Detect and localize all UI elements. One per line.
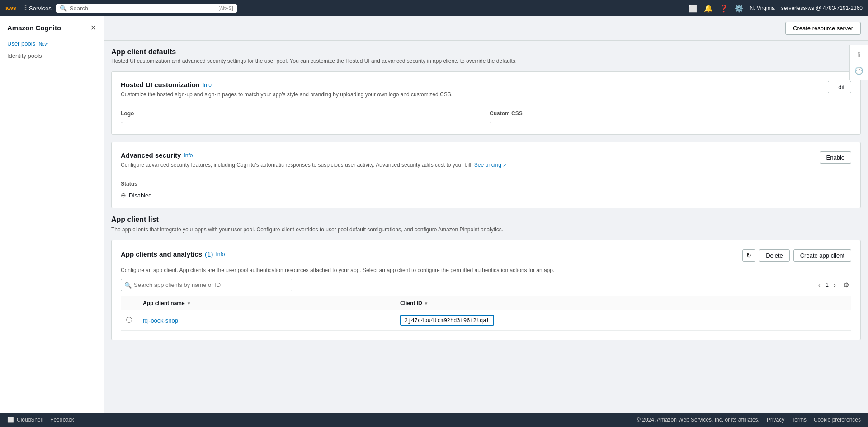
footer-left: ⬜ CloudShell Feedback xyxy=(7,417,74,423)
account-button[interactable]: serverless-ws @ 4783-7191-2360 xyxy=(781,5,863,11)
sidebar-user-pools-label: User pools xyxy=(7,40,35,47)
row-radio-cell[interactable] xyxy=(121,310,137,331)
sidebar-new-badge: New xyxy=(39,42,48,47)
logo-label: Logo xyxy=(121,110,482,117)
advanced-security-title-row: Advanced security Info xyxy=(121,151,507,159)
page-number: 1 xyxy=(826,282,829,288)
nav-right: ⬜ 🔔 ❓ ⚙️ N. Virginia serverless-ws @ 478… xyxy=(689,4,863,13)
search-input[interactable] xyxy=(70,5,216,12)
logo-value: - xyxy=(121,118,482,125)
help-icon[interactable]: ❓ xyxy=(719,4,728,13)
main-content: Create resource server App client defaul… xyxy=(104,16,868,427)
refresh-button[interactable]: ↻ xyxy=(742,249,755,262)
footer-copyright: © 2024, Amazon Web Services, Inc. or its… xyxy=(637,417,760,423)
app-clients-table: App client name ▼ Client ID ▼ xyxy=(121,296,851,331)
app-client-search-wrap: 🔍 xyxy=(121,279,292,291)
cloudshell-button[interactable]: ⬜ CloudShell xyxy=(7,417,43,423)
hosted-ui-info-link[interactable]: Info xyxy=(203,82,212,88)
analytics-card-header: App clients and analytics (1) Info ↻ Del… xyxy=(121,249,851,262)
cloudshell-icon: ⬜ xyxy=(7,417,14,423)
hosted-ui-card: Hosted UI customization Info Customize t… xyxy=(111,71,861,135)
next-page-button[interactable]: › xyxy=(831,280,838,290)
hosted-ui-title: Hosted UI customization xyxy=(121,81,200,89)
disabled-icon: ⊖ xyxy=(121,192,126,199)
sidebar-item-user-pools[interactable]: User pools New xyxy=(0,38,104,50)
hosted-ui-edit-button[interactable]: Edit xyxy=(828,81,851,93)
right-panel-icons: ℹ 🕐 xyxy=(849,45,868,80)
hosted-ui-card-header: Hosted UI customization Info Customize t… xyxy=(121,81,851,105)
analytics-info-link[interactable]: Info xyxy=(216,251,225,258)
terms-link[interactable]: Terms xyxy=(792,417,807,423)
app-client-defaults-desc: Hosted UI customization and advanced sec… xyxy=(111,58,861,64)
analytics-count: (1) xyxy=(205,250,213,258)
right-panel-clock-button[interactable]: 🕐 xyxy=(853,65,865,77)
footer-right: © 2024, Amazon Web Services, Inc. or its… xyxy=(637,417,861,423)
row-client-id: 2j47c4pu4tcm92hd3f96i2lqat xyxy=(395,310,851,331)
analytics-title-row: App clients and analytics (1) Info xyxy=(121,250,225,258)
bell-icon[interactable]: 🔔 xyxy=(704,4,713,13)
hosted-ui-title-section: Hosted UI customization Info Customize t… xyxy=(121,81,453,105)
app-client-defaults-section: App client defaults Hosted UI customizat… xyxy=(111,48,861,208)
advanced-security-info-link[interactable]: Info xyxy=(184,152,193,159)
sidebar-app-title: Amazon Cognito xyxy=(7,24,61,32)
settings-icon[interactable]: ⚙️ xyxy=(735,4,744,13)
client-id-value-0: 2j47c4pu4tcm92hd3f96i2lqat xyxy=(400,315,494,326)
app-client-name-header[interactable]: App client name ▼ xyxy=(137,296,395,310)
select-column-header xyxy=(121,296,137,310)
sidebar-title: Amazon Cognito ✕ xyxy=(0,23,104,38)
terminal-icon[interactable]: ⬜ xyxy=(689,4,698,13)
create-app-client-button[interactable]: Create app client xyxy=(793,249,851,262)
custom-css-value: - xyxy=(490,118,851,125)
sidebar: Amazon Cognito ✕ User pools New Identity… xyxy=(0,16,104,427)
region-button[interactable]: N. Virginia xyxy=(750,5,775,11)
feedback-link[interactable]: Feedback xyxy=(50,417,74,423)
app-client-defaults-title: App client defaults xyxy=(111,48,861,56)
advanced-security-title-section: Advanced security Info Configure advance… xyxy=(121,151,507,175)
page-layout: Amazon Cognito ✕ User pools New Identity… xyxy=(0,16,868,427)
top-bar: Create resource server xyxy=(104,16,868,41)
custom-css-field: Custom CSS - xyxy=(490,110,851,125)
aws-logo: aws xyxy=(5,4,18,12)
services-button[interactable]: ⠿ Services xyxy=(23,5,52,12)
hosted-ui-fields: Logo - Custom CSS - xyxy=(121,110,851,125)
app-client-search-input[interactable] xyxy=(121,279,292,291)
client-id-header[interactable]: Client ID ▼ xyxy=(395,296,851,310)
search-shortcut: [Alt+S] xyxy=(218,5,233,11)
search-icon: 🔍 xyxy=(60,5,67,12)
client-name-link-0[interactable]: fcj-book-shop xyxy=(143,317,178,324)
analytics-actions: ↻ Delete Create app client xyxy=(742,249,851,262)
app-client-name-label: App client name xyxy=(143,300,185,306)
svg-text:aws: aws xyxy=(5,5,16,11)
sidebar-close-button[interactable]: ✕ xyxy=(90,23,96,32)
status-label: Status xyxy=(121,181,137,187)
cloudshell-label: CloudShell xyxy=(17,417,43,423)
logo-field: Logo - xyxy=(121,110,482,125)
top-navigation: aws ⠿ Services 🔍 [Alt+S] ⬜ 🔔 ❓ ⚙️ N. Vir… xyxy=(0,0,868,16)
table-row: fcj-book-shop 2j47c4pu4tcm92hd3f96i2lqat xyxy=(121,310,851,331)
cookie-prefs-link[interactable]: Cookie preferences xyxy=(814,417,861,423)
footer: ⬜ CloudShell Feedback © 2024, Amazon Web… xyxy=(0,413,868,427)
row-client-name: fcj-book-shop xyxy=(137,310,395,331)
custom-css-label: Custom CSS xyxy=(490,110,851,117)
prev-page-button[interactable]: ‹ xyxy=(816,280,823,290)
table-settings-button[interactable]: ⚙ xyxy=(841,280,851,290)
name-sort-icon: ▼ xyxy=(187,301,191,306)
status-value-row: ⊖ Disabled xyxy=(121,192,851,199)
analytics-title: App clients and analytics xyxy=(121,250,202,258)
search-row: 🔍 ‹ 1 › ⚙ xyxy=(121,279,851,291)
app-client-list-title: App client list xyxy=(111,216,861,224)
see-pricing-link[interactable]: See pricing xyxy=(474,162,501,168)
row-radio-0[interactable] xyxy=(126,317,132,323)
advanced-security-enable-button[interactable]: Enable xyxy=(820,151,851,164)
sidebar-item-identity-pools[interactable]: Identity pools xyxy=(0,50,104,62)
right-panel-info-button[interactable]: ℹ xyxy=(853,49,865,61)
create-resource-server-button[interactable]: Create resource server xyxy=(785,22,861,35)
hosted-ui-desc: Customize the hosted sign-up and sign-in… xyxy=(121,91,453,98)
delete-button[interactable]: Delete xyxy=(759,249,790,262)
app-client-list-desc: The app clients that integrate your apps… xyxy=(111,226,861,233)
app-client-list-section: App client list The app clients that int… xyxy=(111,216,861,340)
advanced-security-card: Advanced security Info Configure advance… xyxy=(111,142,861,208)
advanced-security-title: Advanced security xyxy=(121,151,181,159)
privacy-link[interactable]: Privacy xyxy=(767,417,784,423)
table-header-row: App client name ▼ Client ID ▼ xyxy=(121,296,851,310)
